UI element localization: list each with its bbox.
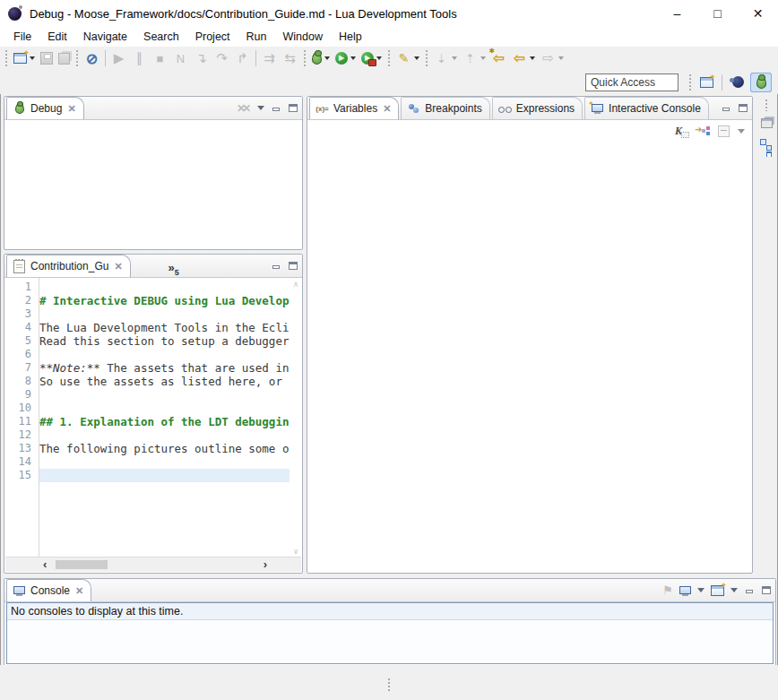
- editor-line-15[interactable]: 15: [4, 469, 290, 482]
- scroll-up-icon[interactable]: ∧: [290, 280, 302, 289]
- back-button[interactable]: ⇦: [510, 50, 537, 67]
- highlighter-dropdown-icon[interactable]: [414, 56, 419, 60]
- editor-vertical-scrollbar[interactable]: ∧ ∨: [290, 278, 302, 557]
- external-tools-button[interactable]: ▶: [359, 51, 384, 65]
- tab-debug[interactable]: Debug ✕: [6, 97, 84, 119]
- minimize-window-button[interactable]: –: [657, 0, 697, 27]
- editor-line-14[interactable]: 14: [4, 455, 290, 469]
- menu-window[interactable]: Window: [275, 29, 331, 45]
- editor-line-6[interactable]: 6: [4, 348, 290, 361]
- editor-tab-label: Contribution_Gu: [30, 260, 108, 272]
- editor-line-12[interactable]: 12: [4, 428, 290, 442]
- perspective-toolbar: Quick Access: [0, 70, 778, 94]
- tab-breakpoints[interactable]: Breakpoints: [401, 97, 489, 119]
- maximize-view-button[interactable]: [288, 261, 298, 271]
- tab-variables[interactable]: (x)= Variables ✕: [309, 97, 399, 119]
- quick-access-input[interactable]: Quick Access: [585, 73, 679, 91]
- run-dropdown-icon[interactable]: [350, 56, 356, 60]
- lua-perspective-button[interactable]: [727, 73, 748, 92]
- show-type-names-icon[interactable]: K: [675, 125, 687, 138]
- lua-perspective-icon: [732, 76, 744, 88]
- debug-icon: [312, 52, 322, 65]
- close-icon[interactable]: ✕: [67, 103, 75, 115]
- line-text: [39, 348, 290, 361]
- restore-view-icon[interactable]: [761, 118, 773, 128]
- tab-console[interactable]: Console ✕: [6, 579, 91, 601]
- step-over-icon: ↷: [214, 51, 229, 66]
- editor-line-11[interactable]: 11## 1. Explanation of the LDT debugging: [4, 415, 290, 428]
- tab-interactive-console[interactable]: ✦ Interactive Console: [584, 97, 709, 119]
- close-window-button[interactable]: ✕: [738, 0, 778, 27]
- outline-view-icon[interactable]: [760, 139, 773, 153]
- maximize-view-button[interactable]: [288, 103, 298, 113]
- run-button[interactable]: ▶: [333, 51, 358, 65]
- menu-project[interactable]: Project: [187, 29, 238, 45]
- close-icon[interactable]: ✕: [383, 103, 391, 115]
- menu-search[interactable]: Search: [135, 29, 187, 45]
- minimize-view-button[interactable]: [721, 103, 731, 113]
- close-icon[interactable]: ✕: [75, 585, 83, 597]
- line-text: **Note:** The assets that are used in: [39, 361, 290, 375]
- maximize-window-button[interactable]: □: [697, 0, 738, 27]
- display-console-menu-icon[interactable]: [697, 588, 705, 592]
- scrollbar-thumb[interactable]: [56, 560, 108, 569]
- previous-annotation-dropdown-icon: [480, 56, 486, 60]
- remove-all-terminated-icon[interactable]: ✕✕: [237, 102, 251, 115]
- scroll-left-icon[interactable]: ‹: [43, 557, 47, 571]
- open-console-icon[interactable]: [711, 585, 724, 596]
- new-wizard-dropdown-icon[interactable]: [30, 56, 35, 60]
- maximize-view-button[interactable]: [761, 585, 772, 595]
- editor-line-5[interactable]: 5Read this section to setup a debugger: [4, 334, 290, 348]
- editor-text-area[interactable]: 12# Interactive DEBUG using Lua Developm…: [4, 278, 302, 557]
- variables-tab-icon: (x)=: [316, 105, 328, 113]
- open-perspective-button[interactable]: [696, 73, 717, 92]
- pin-console-icon[interactable]: ⚑: [662, 583, 673, 597]
- minimize-view-button[interactable]: [744, 585, 755, 595]
- collapse-all-icon[interactable]: [718, 125, 730, 137]
- view-menu-icon[interactable]: [738, 129, 745, 134]
- close-icon[interactable]: ✕: [114, 261, 122, 272]
- debug-tab-label: Debug: [30, 102, 62, 115]
- show-logical-structure-icon[interactable]: [696, 125, 710, 136]
- editor-line-4[interactable]: 4The Lua Development Tools in the Eclips…: [4, 321, 290, 334]
- debug-view-header: Debug ✕ ✕✕: [4, 97, 302, 120]
- minimize-view-button[interactable]: [271, 103, 281, 113]
- highlighter-button[interactable]: ✎: [394, 50, 421, 67]
- menu-run[interactable]: Run: [238, 29, 275, 45]
- editor-line-9[interactable]: 9: [4, 388, 290, 402]
- new-wizard-button[interactable]: [12, 52, 37, 65]
- editor-line-2[interactable]: 2# Interactive DEBUG using Lua Developme…: [4, 294, 290, 307]
- menu-navigate[interactable]: Navigate: [75, 29, 135, 45]
- line-text: [39, 307, 290, 321]
- editor-line-8[interactable]: 8So use the assets as listed here, or y: [4, 375, 290, 388]
- minimize-view-button[interactable]: [271, 261, 281, 271]
- display-selected-console-icon[interactable]: [679, 585, 691, 596]
- more-editors-chevron[interactable]: »5: [169, 261, 179, 277]
- tab-contribution-guide[interactable]: Contribution_Gu ✕: [6, 255, 131, 277]
- editor-line-7[interactable]: 7**Note:** The assets that are used in: [4, 361, 290, 375]
- scroll-down-icon[interactable]: ∨: [290, 547, 302, 556]
- maximize-view-button[interactable]: [738, 103, 748, 113]
- menu-file[interactable]: File: [5, 29, 39, 45]
- scroll-right-icon[interactable]: ›: [264, 557, 267, 571]
- debug-perspective-button[interactable]: [750, 73, 772, 92]
- editor-line-1[interactable]: 1: [4, 281, 290, 294]
- external-tools-dropdown-icon[interactable]: [376, 56, 382, 60]
- back-dropdown-icon[interactable]: [530, 56, 535, 60]
- debug-button[interactable]: [310, 51, 332, 65]
- editor-line-13[interactable]: 13The following pictures outline some of: [4, 442, 290, 455]
- last-edit-location-button[interactable]: ⇦: [489, 50, 508, 67]
- skip-all-breakpoints-button[interactable]: ⊘: [82, 50, 101, 67]
- view-menu-icon[interactable]: [257, 106, 264, 110]
- menu-edit[interactable]: Edit: [39, 29, 75, 45]
- status-bar-handle[interactable]: [387, 678, 391, 692]
- tab-expressions[interactable]: Expressions: [492, 97, 583, 119]
- editor-line-3[interactable]: 3: [4, 307, 290, 321]
- open-console-menu-icon[interactable]: [730, 588, 738, 592]
- editor-line-10[interactable]: 10: [4, 402, 290, 415]
- editor-horizontal-scrollbar[interactable]: ‹ ›: [5, 557, 301, 572]
- use-step-filters-icon: ⇉: [262, 51, 277, 66]
- menu-help[interactable]: Help: [331, 29, 370, 45]
- debug-dropdown-icon[interactable]: [324, 56, 330, 60]
- line-text: [39, 469, 290, 482]
